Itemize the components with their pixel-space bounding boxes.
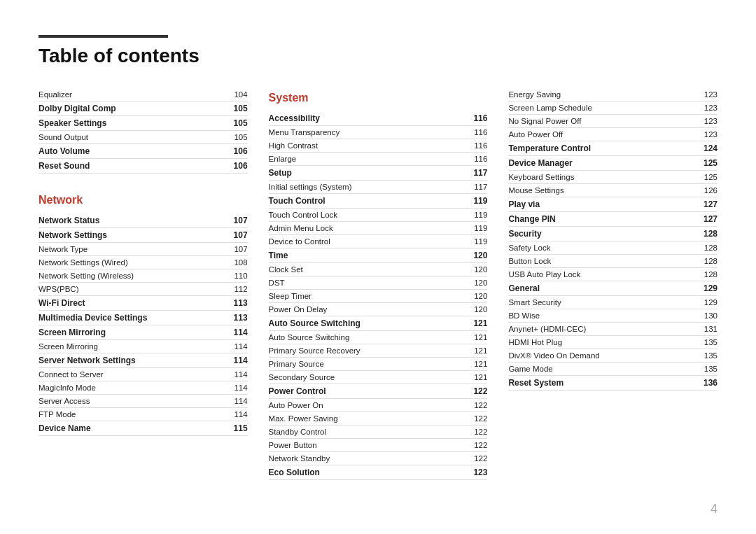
item-label: Speaker Settings bbox=[38, 118, 227, 128]
item-page: 105 bbox=[227, 104, 248, 113]
toc-item: Connect to Server114 bbox=[38, 368, 248, 381]
toc-item: Equalizer104 bbox=[38, 88, 248, 101]
toc-item: No Signal Power Off123 bbox=[508, 115, 718, 128]
item-page: 123 bbox=[696, 130, 718, 139]
title-bar bbox=[38, 35, 168, 38]
network-section: Network Status107Network Settings107Netw… bbox=[38, 213, 248, 436]
item-label: DivX® Video On Demand bbox=[508, 351, 696, 360]
toc-item: Auto Power On122 bbox=[269, 399, 488, 412]
item-label: Network Settings (Wired) bbox=[38, 258, 227, 267]
item-label: High Contrast bbox=[269, 141, 467, 150]
item-label: Auto Source Switching bbox=[269, 318, 467, 328]
item-label: Safety Lock bbox=[508, 244, 696, 252]
item-label: Touch Control bbox=[269, 196, 467, 206]
toc-item: Network Settings (Wired)108 bbox=[38, 256, 248, 269]
item-page: 120 bbox=[466, 305, 487, 314]
item-label: Mouse Settings bbox=[508, 186, 696, 195]
item-label: Game Mode bbox=[508, 365, 696, 373]
item-label: Max. Power Saving bbox=[269, 414, 467, 423]
item-label: Network Settings bbox=[38, 230, 227, 240]
network-heading: Network bbox=[38, 194, 248, 206]
toc-item: General129 bbox=[508, 281, 718, 296]
item-page: 119 bbox=[466, 196, 487, 206]
item-page: 122 bbox=[466, 428, 487, 436]
item-page: 123 bbox=[466, 468, 487, 477]
item-label: Wi-Fi Direct bbox=[38, 298, 227, 308]
item-label: Screen Lamp Schedule bbox=[508, 104, 696, 112]
item-page: 125 bbox=[696, 158, 718, 168]
item-page: 123 bbox=[696, 90, 718, 99]
item-label: Standby Control bbox=[269, 428, 467, 436]
item-label: Power On Delay bbox=[269, 305, 467, 314]
toc-item: Power Button122 bbox=[269, 439, 488, 452]
item-page: 122 bbox=[466, 414, 487, 423]
item-label: MagicInfo Mode bbox=[38, 384, 227, 392]
item-label: Network Setting (Wireless) bbox=[38, 272, 227, 280]
toc-item: Change PIN127 bbox=[508, 212, 718, 227]
item-page: 121 bbox=[466, 346, 487, 355]
toc-item: Energy Saving123 bbox=[508, 88, 718, 101]
item-label: BD Wise bbox=[508, 311, 696, 320]
item-label: Reset Sound bbox=[38, 161, 227, 171]
item-label: FTP Mode bbox=[38, 410, 227, 419]
toc-item: Device Manager125 bbox=[508, 156, 718, 171]
item-label: Accessibility bbox=[269, 113, 467, 123]
item-label: Touch Control Lock bbox=[269, 211, 467, 219]
item-label: Clock Set bbox=[269, 265, 467, 274]
toc-item: Accessibility116 bbox=[269, 111, 488, 126]
item-page: 121 bbox=[466, 360, 487, 368]
toc-item: Reset System136 bbox=[508, 376, 718, 391]
toc-item: Smart Security129 bbox=[508, 296, 718, 309]
item-label: Network Type bbox=[38, 245, 227, 253]
left-column: Equalizer104Dolby Digital Comp105Speaker… bbox=[38, 88, 269, 480]
toc-item: Sleep Timer120 bbox=[269, 290, 488, 303]
item-label: Keyboard Settings bbox=[508, 173, 696, 181]
toc-item: Auto Source Switching121 bbox=[269, 316, 488, 331]
toc-item: Screen Mirroring114 bbox=[38, 340, 248, 353]
toc-item: Server Network Settings114 bbox=[38, 353, 248, 368]
item-label: Power Button bbox=[269, 441, 467, 449]
item-page: 135 bbox=[696, 338, 718, 346]
toc-item: Security128 bbox=[508, 227, 718, 241]
toc-item: Power Control122 bbox=[269, 384, 488, 399]
item-label: Dolby Digital Comp bbox=[38, 104, 227, 113]
toc-item: Server Access114 bbox=[38, 395, 248, 408]
item-page: 135 bbox=[696, 365, 718, 373]
toc-item: Enlarge116 bbox=[269, 153, 488, 166]
item-label: WPS(PBC) bbox=[38, 285, 227, 293]
item-page: 120 bbox=[466, 279, 487, 287]
item-page: 128 bbox=[696, 270, 718, 279]
toc-item: Menu Transparency116 bbox=[269, 126, 488, 139]
toc-item: Auto Volume106 bbox=[38, 144, 248, 159]
item-page: 119 bbox=[466, 211, 487, 219]
item-page: 116 bbox=[466, 155, 487, 163]
item-page: 135 bbox=[696, 351, 718, 360]
item-page: 114 bbox=[227, 384, 248, 392]
item-label: Sleep Timer bbox=[269, 292, 467, 300]
toc-item: Network Setting (Wireless)110 bbox=[38, 269, 248, 283]
item-page: 119 bbox=[466, 224, 487, 232]
item-label: Anynet+ (HDMI-CEC) bbox=[508, 325, 696, 333]
item-page: 126 bbox=[696, 186, 718, 195]
toc-item: BD Wise130 bbox=[508, 309, 718, 323]
item-label: Multimedia Device Settings bbox=[38, 313, 227, 323]
item-page: 108 bbox=[227, 258, 248, 267]
toc-item: Screen Lamp Schedule123 bbox=[508, 101, 718, 115]
item-page: 106 bbox=[227, 161, 248, 171]
item-page: 107 bbox=[227, 216, 248, 225]
toc-columns: Equalizer104Dolby Digital Comp105Speaker… bbox=[38, 88, 718, 480]
item-label: DST bbox=[269, 279, 467, 287]
page-title: Table of contents bbox=[38, 45, 718, 67]
item-page: 114 bbox=[227, 370, 248, 379]
toc-item: Max. Power Saving122 bbox=[269, 412, 488, 426]
item-page: 123 bbox=[696, 117, 718, 125]
item-page: 113 bbox=[227, 298, 248, 308]
item-label: Equalizer bbox=[38, 90, 227, 99]
toc-item: Button Lock128 bbox=[508, 255, 718, 268]
middle-column: System Accessibility116Menu Transparency… bbox=[269, 88, 509, 480]
toc-item: Device Name115 bbox=[38, 421, 248, 436]
toc-item: Play via127 bbox=[508, 197, 718, 212]
network-heading-section: Network bbox=[38, 194, 248, 206]
item-label: Device Name bbox=[38, 423, 227, 433]
toc-item: Primary Source Recovery121 bbox=[269, 344, 488, 358]
